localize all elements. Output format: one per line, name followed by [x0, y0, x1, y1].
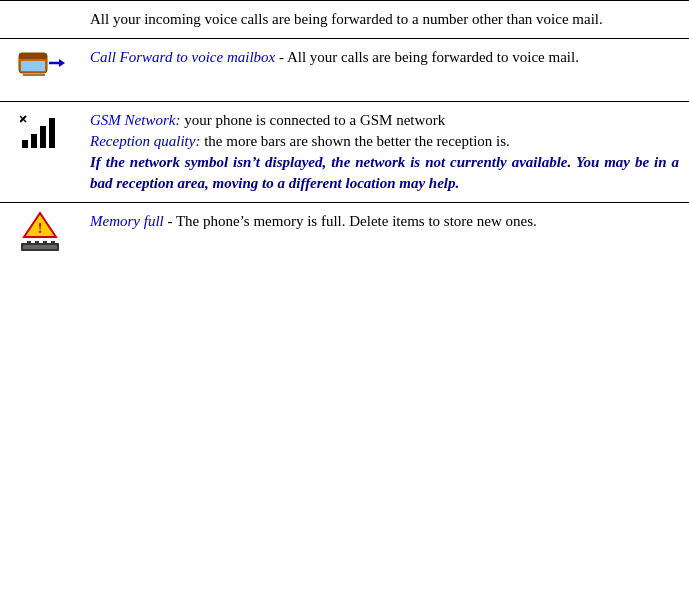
memory-full-text: - The phone’s memory is full. Delete ite… [164, 213, 537, 229]
svg-rect-17 [35, 241, 39, 244]
svg-rect-1 [19, 53, 47, 59]
call-forward-vm-label: Call Forward to voice mailbox [90, 49, 275, 65]
memory-chip-icon [21, 241, 59, 253]
svg-rect-6 [22, 140, 28, 148]
svg-rect-2 [21, 61, 45, 71]
icon-cell-gsm [0, 102, 80, 203]
icon-cell-memory: ! [0, 203, 80, 262]
svg-rect-7 [31, 134, 37, 148]
text-cell-call-forward-vm: Call Forward to voice mailbox - All your… [80, 39, 689, 102]
network-warning-text: If the network symbol isn’t displayed, t… [90, 154, 679, 191]
svg-rect-18 [43, 241, 47, 244]
main-content: All your incoming voice calls are being … [0, 0, 689, 261]
table-row: GSM Network: your phone is connected to … [0, 102, 689, 203]
svg-rect-9 [49, 118, 55, 148]
svg-rect-16 [27, 241, 31, 244]
call-forward-vm-text: - All your calls are being forwarded to … [275, 49, 579, 65]
text-cell-call-forward-other: All your incoming voice calls are being … [80, 1, 689, 39]
svg-text:!: ! [38, 221, 43, 236]
text-cell-gsm: GSM Network: your phone is connected to … [80, 102, 689, 203]
call-forward-icon [15, 47, 65, 89]
table-row: ! Me [0, 203, 689, 262]
gsm-network-label: GSM Network: [90, 112, 180, 128]
table-row: Call Forward to voice mailbox - All your… [0, 39, 689, 102]
svg-rect-8 [40, 126, 46, 148]
call-forward-other-text: All your incoming voice calls are being … [90, 11, 603, 27]
gsm-network-text: your phone is connected to a GSM network [180, 112, 445, 128]
reception-quality-text: the more bars are shown the better the r… [200, 133, 509, 149]
warning-triangle-icon: ! [22, 211, 58, 239]
gsm-signal-icon [20, 114, 60, 150]
text-cell-memory: Memory full - The phone’s memory is full… [80, 203, 689, 262]
reception-quality-label: Reception quality: [90, 133, 200, 149]
memory-full-label: Memory full [90, 213, 164, 229]
table-row: All your incoming voice calls are being … [0, 1, 689, 39]
svg-rect-19 [51, 241, 55, 244]
icon-cell-empty [0, 1, 80, 39]
svg-rect-15 [23, 245, 57, 249]
icon-cell-call-forward [0, 39, 80, 102]
svg-marker-4 [59, 59, 65, 67]
